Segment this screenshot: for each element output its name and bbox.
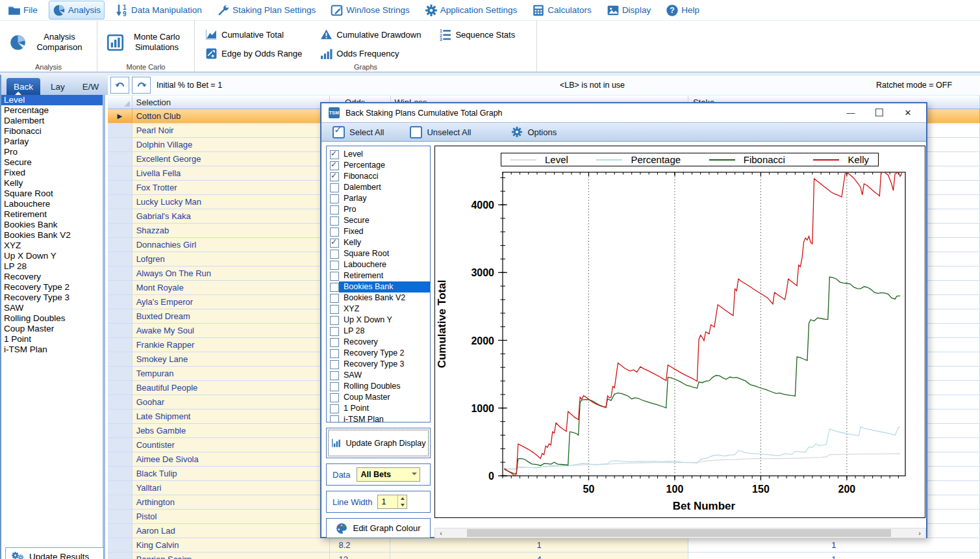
checkbox-icon[interactable] [330, 161, 339, 170]
plan-checkbox-recovery-type-3[interactable]: Recovery Type 3 [327, 359, 430, 370]
sidebar-plan-fixed[interactable]: Fixed [1, 168, 103, 178]
stepper-arrows[interactable] [397, 495, 407, 508]
table-row-banrion-scairp[interactable]: Banrion Scairp 12 4 1 [108, 552, 980, 559]
selection-cell[interactable]: Aimee De Sivola [132, 452, 331, 466]
plan-checkbox-pro[interactable]: Pro [327, 204, 430, 215]
plan-checkbox-saw[interactable]: SAW [327, 370, 430, 381]
menu-item-win-lose-strings[interactable]: Win/lose Strings [327, 1, 414, 20]
selection-cell[interactable]: Banrion Scairp [132, 552, 331, 559]
selection-cell[interactable]: Beautiful People [132, 381, 331, 395]
checkbox-icon[interactable] [330, 205, 339, 214]
tab-lay[interactable]: Lay [44, 78, 72, 95]
sidebar-plan-rolling-doubles[interactable]: Rolling Doubles [1, 313, 103, 324]
edge-by-odds-range-button[interactable]: Edge by Odds Range [205, 44, 302, 63]
sidebar-plan-lp-28[interactable]: LP 28 [1, 261, 103, 272]
options-button[interactable]: Options [511, 126, 557, 138]
selection-cell[interactable]: Buxted Dream [132, 309, 331, 323]
sidebar-plan-bookies-bank[interactable]: Bookies Bank [1, 220, 103, 230]
plan-checkbox-fixed[interactable]: Fixed [327, 226, 430, 237]
sidebar-plan-xyz[interactable]: XYZ [1, 240, 103, 251]
row-selector-cell[interactable] [108, 324, 132, 337]
checkbox-icon[interactable] [330, 172, 339, 181]
sidebar-plan-dalembert[interactable]: Dalembert [1, 116, 103, 126]
menu-item-file[interactable]: File [4, 1, 42, 20]
selection-cell[interactable]: Frankie Rapper [132, 338, 331, 352]
selection-cell[interactable]: Shazzab [132, 224, 331, 237]
row-selector-cell[interactable] [108, 524, 132, 538]
selection-cell[interactable]: King Calvin [132, 538, 331, 552]
monte-carlo-simulations-button[interactable]: Monte Carlo Simulations [97, 22, 194, 62]
row-selector-cell[interactable] [108, 138, 132, 151]
checkbox-icon[interactable] [330, 239, 339, 248]
checkbox-icon[interactable] [330, 338, 339, 347]
checkbox-icon[interactable] [330, 360, 339, 369]
checkbox-icon[interactable] [330, 415, 339, 423]
checkbox-icon[interactable] [330, 371, 339, 380]
menu-item-staking-plan-settings[interactable]: Staking Plan Settings [213, 1, 320, 20]
analysis-comparison-button[interactable]: Analysis Comparison [0, 22, 97, 62]
row-selector-cell[interactable] [108, 352, 132, 366]
menu-item-display[interactable]: Display [603, 1, 655, 20]
row-selector-cell[interactable] [108, 181, 132, 194]
checkbox-icon[interactable] [330, 382, 339, 391]
row-selector-cell[interactable] [108, 238, 132, 252]
plan-checkbox-percentage[interactable]: Percentage [327, 160, 430, 171]
plan-checkbox-i-tsm-plan[interactable]: i-TSM Plan [327, 414, 430, 422]
sidebar-plan-labouchere[interactable]: Labouchere [1, 199, 103, 209]
selection-cell[interactable]: Pearl Noir [132, 124, 331, 137]
redo-button[interactable] [132, 77, 151, 94]
row-selector-cell[interactable] [108, 367, 132, 380]
selection-cell[interactable]: Smokey Lane [132, 352, 331, 366]
selection-cell[interactable]: Mont Royale [132, 281, 331, 294]
plan-checkbox-retirement[interactable]: Retirement [327, 270, 430, 281]
checkbox-icon[interactable] [330, 327, 339, 336]
menu-item-data-manipulation[interactable]: 19 Data Manipulation [112, 1, 206, 20]
selection-cell[interactable]: Lucky Lucky Man [132, 195, 331, 209]
close-button[interactable]: ✕ [894, 103, 922, 122]
selection-cell[interactable]: Fox Trotter [132, 181, 331, 194]
row-selector-cell[interactable] [108, 252, 132, 266]
row-selector-cell[interactable] [108, 309, 132, 323]
sidebar-plan-coup-master[interactable]: Coup Master [1, 324, 103, 334]
plan-checkbox-xyz[interactable]: XYZ [327, 304, 430, 315]
plan-checkbox-bookies-bank[interactable]: Bookies Bank [327, 281, 430, 292]
row-selector-cell[interactable] [108, 295, 132, 309]
plan-checkbox-square-root[interactable]: Square Root [327, 248, 430, 259]
selection-cell[interactable]: Countister [132, 438, 331, 452]
selection-cell[interactable]: Dolphin Village [132, 138, 331, 151]
checkbox-icon[interactable] [330, 393, 339, 402]
checkbox-icon[interactable] [330, 250, 339, 259]
sidebar-plan-recovery[interactable]: Recovery [1, 272, 103, 282]
checkbox-icon[interactable] [330, 216, 339, 226]
checkbox-icon[interactable] [330, 404, 339, 413]
sidebar-plan-parlay[interactable]: Parlay [1, 136, 103, 147]
selection-cell[interactable]: Always On The Run [132, 266, 331, 280]
maximize-button[interactable]: ☐ [865, 103, 894, 122]
select-all-button[interactable]: Select All [333, 126, 384, 138]
sidebar-plan-level[interactable]: Level [1, 95, 103, 105]
tab-back[interactable]: Back [6, 78, 40, 95]
data-dropdown[interactable]: All Bets [357, 467, 420, 482]
row-selector-cell[interactable] [108, 281, 132, 294]
row-selector-cell[interactable] [108, 381, 132, 395]
selection-cell[interactable]: Ayla's Emperor [132, 295, 331, 309]
row-selector-cell[interactable] [108, 338, 132, 352]
plan-checkbox-level[interactable]: Level [327, 149, 430, 160]
scroll-right-arrow[interactable]: › [914, 528, 925, 538]
selection-cell[interactable]: Awake My Soul [132, 324, 331, 337]
selection-cell[interactable]: Excellent George [132, 152, 331, 166]
line-width-stepper[interactable]: 1 [377, 495, 407, 509]
selection-cell[interactable]: Tempuran [132, 367, 331, 380]
selection-cell[interactable]: Cotton Club [132, 109, 331, 123]
selection-cell[interactable]: Lofgren [132, 252, 331, 266]
tab-e-w[interactable]: E/W [75, 78, 107, 95]
plan-checkbox-bookies-bank-v2[interactable]: Bookies Bank V2 [327, 292, 430, 304]
row-selector-cell[interactable] [108, 195, 132, 209]
row-selector-cell[interactable] [108, 266, 132, 280]
column-header-selection[interactable]: Selection [132, 96, 330, 109]
plan-checkbox-secure[interactable]: Secure [327, 215, 430, 226]
checkbox-icon[interactable] [330, 194, 339, 203]
plan-checkbox-dalembert[interactable]: Dalembert [327, 182, 430, 193]
odds-cell[interactable]: 8.2 [330, 538, 390, 552]
checkbox-icon[interactable] [330, 305, 339, 314]
